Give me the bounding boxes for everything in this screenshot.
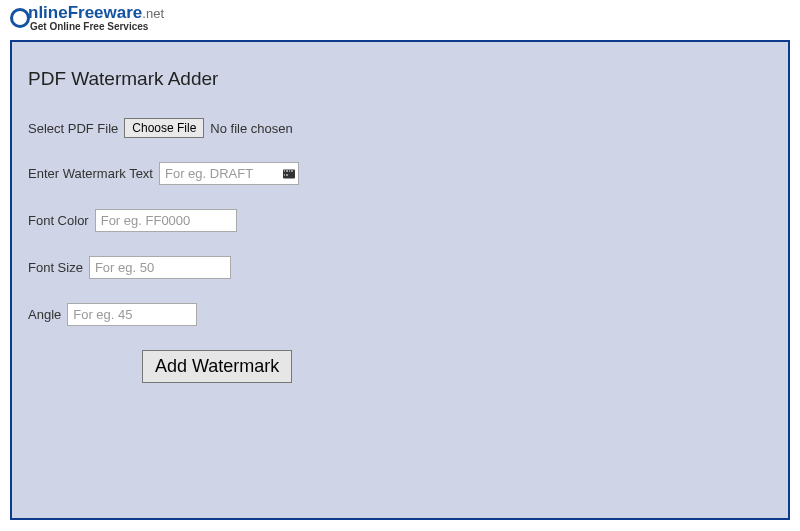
logo-circle-icon [10,8,30,28]
page-title: PDF Watermark Adder [28,68,772,90]
file-status: No file chosen [210,121,292,136]
logo-part2: .net [142,6,164,21]
row-watermark-text: Enter Watermark Text [28,162,772,185]
logo-tagline: Get Online Free Services [30,22,164,32]
label-angle: Angle [28,307,61,322]
angle-input[interactable] [67,303,197,326]
site-header: nlineFreeware.net Get Online Free Servic… [0,0,800,34]
logo-text: nlineFreeware.net Get Online Free Servic… [28,4,164,32]
row-font-color: Font Color [28,209,772,232]
row-angle: Angle [28,303,772,326]
row-select-file: Select PDF File Choose File No file chos… [28,118,772,138]
font-size-input[interactable] [89,256,231,279]
row-font-size: Font Size [28,256,772,279]
font-color-input[interactable] [95,209,237,232]
main-panel: PDF Watermark Adder Select PDF File Choo… [10,40,790,520]
row-submit: Add Watermark [142,350,772,383]
label-watermark-text: Enter Watermark Text [28,166,153,181]
watermark-text-input[interactable] [159,162,299,185]
label-select-file: Select PDF File [28,121,118,136]
logo-part1: nlineFreeware [28,3,142,22]
add-watermark-button[interactable]: Add Watermark [142,350,292,383]
label-font-size: Font Size [28,260,83,275]
label-font-color: Font Color [28,213,89,228]
choose-file-button[interactable]: Choose File [124,118,204,138]
logo-title: nlineFreeware.net [28,4,164,21]
